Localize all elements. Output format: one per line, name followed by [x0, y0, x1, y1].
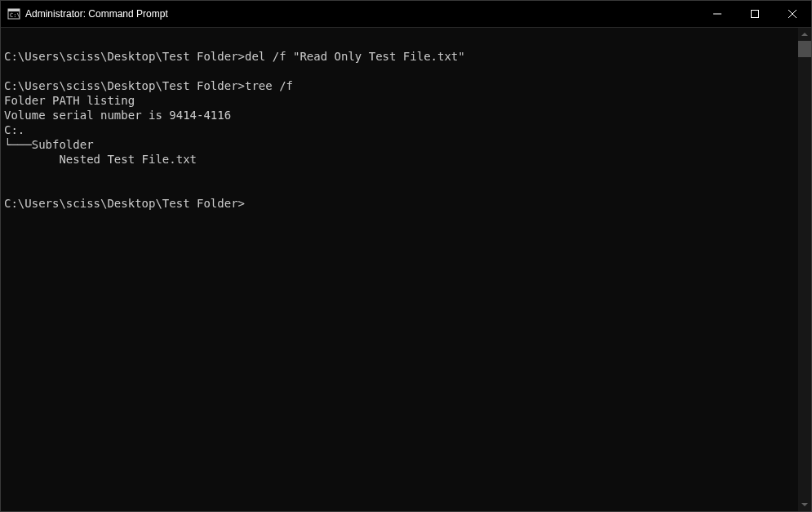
- cmd-icon: C:\: [7, 7, 20, 20]
- minimize-icon: [713, 10, 721, 18]
- terminal-output[interactable]: C:\Users\sciss\Desktop\Test Folder>del /…: [1, 27, 798, 511]
- vertical-scrollbar[interactable]: [798, 27, 811, 511]
- cmd-window: C:\ Administrator: Command Prompt: [0, 0, 812, 512]
- close-button[interactable]: [774, 1, 811, 27]
- content-area: C:\Users\sciss\Desktop\Test Folder>del /…: [1, 27, 811, 511]
- scroll-thumb[interactable]: [798, 41, 811, 57]
- maximize-button[interactable]: [736, 1, 774, 27]
- close-icon: [788, 10, 796, 18]
- svg-rect-4: [752, 11, 759, 18]
- minimize-button[interactable]: [699, 1, 736, 27]
- svg-rect-1: [8, 9, 20, 11]
- svg-marker-7: [801, 33, 808, 36]
- scroll-up-arrow[interactable]: [798, 28, 811, 41]
- maximize-icon: [751, 10, 759, 18]
- svg-marker-8: [801, 503, 808, 506]
- titlebar[interactable]: C:\ Administrator: Command Prompt: [1, 1, 811, 27]
- window-controls: [699, 1, 811, 27]
- scroll-down-arrow[interactable]: [798, 498, 811, 511]
- chevron-down-icon: [801, 503, 808, 506]
- window-title: Administrator: Command Prompt: [25, 8, 699, 20]
- svg-text:C:\: C:\: [10, 12, 20, 19]
- chevron-up-icon: [801, 33, 808, 36]
